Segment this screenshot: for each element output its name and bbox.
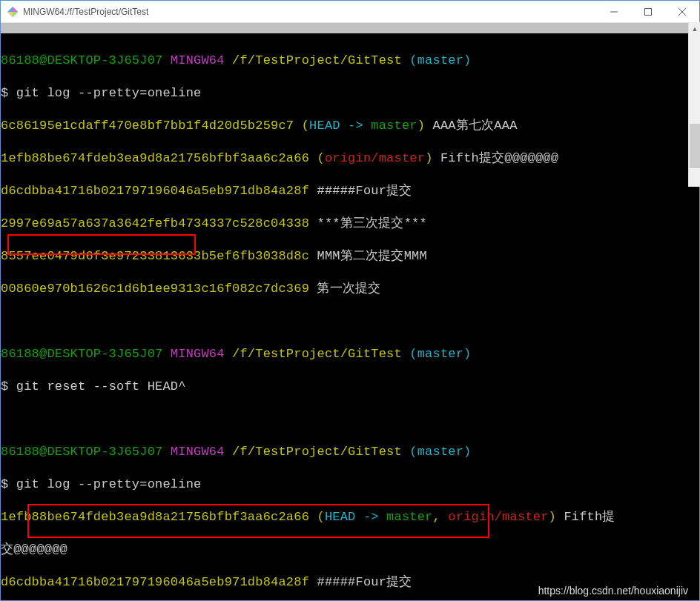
prompt-line: 86188@DESKTOP-3J65J07 MINGW64 /f/TestPro… bbox=[1, 53, 699, 69]
log-entry: 00860e970b1626c1d6b1ee9313c16f082c7dc369… bbox=[1, 281, 699, 297]
watermark-text: https://blog.csdn.net/houxiaonijiv bbox=[538, 585, 688, 597]
svg-marker-3 bbox=[7, 12, 13, 17]
command-line: $ git log --pretty=oneline bbox=[1, 85, 699, 102]
log-entry: 1efb88be674fdeb3ea9d8a21756bfbf3aa6c2a66… bbox=[1, 509, 699, 525]
blank-line bbox=[1, 313, 699, 330]
log-entry: d6cdbba41716b021797196046a5eb971db84a28f… bbox=[1, 183, 699, 199]
svg-rect-5 bbox=[645, 8, 652, 15]
close-button[interactable] bbox=[665, 1, 699, 22]
svg-marker-2 bbox=[13, 12, 18, 17]
log-entry: 1efb88be674fdeb3ea9d8a21756bfbf3aa6c2a66… bbox=[1, 150, 699, 167]
prompt-line: 86188@DESKTOP-3J65J07 MINGW64 /f/TestPro… bbox=[1, 346, 699, 362]
command-line: $ git log --pretty=oneline bbox=[1, 477, 699, 493]
log-entry: 8557ee0479d6f3e97233813633b5ef6fb3038d8c… bbox=[1, 248, 699, 265]
log-entry: 6c86195e1cdaff470e8bf7bb1f4d20d5b259c7 (… bbox=[1, 118, 699, 134]
scroll-up-arrow[interactable]: ▲ bbox=[689, 22, 700, 35]
window-title: MINGW64:/f/TestProject/GitTest bbox=[23, 7, 597, 17]
scroll-gap bbox=[1, 23, 699, 33]
prompt-line: 86188@DESKTOP-3J65J07 MINGW64 /f/TestPro… bbox=[1, 444, 699, 460]
terminal-area[interactable]: 86188@DESKTOP-3J65J07 MINGW64 /f/TestPro… bbox=[1, 33, 699, 600]
minimize-button[interactable] bbox=[597, 1, 631, 22]
log-entry-wrap: 交@@@@@@@ bbox=[1, 542, 699, 558]
vertical-scrollbar[interactable]: ▲ bbox=[688, 22, 700, 187]
command-line: $ git reset --soft HEAD^ bbox=[1, 379, 699, 395]
window-controls bbox=[597, 1, 699, 22]
svg-marker-1 bbox=[13, 7, 18, 12]
scroll-thumb[interactable] bbox=[690, 124, 700, 168]
titlebar[interactable]: MINGW64:/f/TestProject/GitTest bbox=[1, 1, 699, 23]
window-frame: MINGW64:/f/TestProject/GitTest 86188@DES… bbox=[0, 0, 700, 601]
blank-line bbox=[1, 411, 699, 428]
maximize-button[interactable] bbox=[631, 1, 665, 22]
log-entry: 2997e69a57a637a3642fefb4734337c528c04338… bbox=[1, 216, 699, 232]
mingw-icon bbox=[7, 6, 19, 18]
